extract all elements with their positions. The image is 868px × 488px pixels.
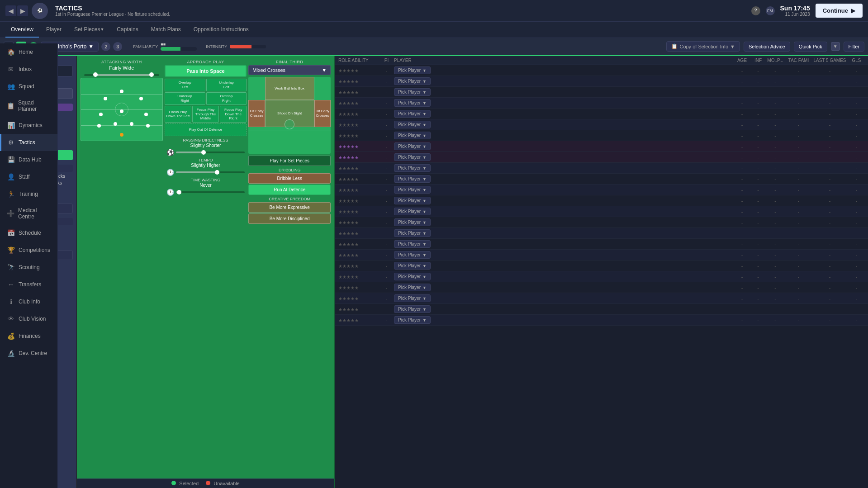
pick-player-button[interactable]: Pick Player▼ [394,186,431,194]
tactic-badge-3[interactable]: 3 [113,42,122,51]
sidebar-item-data-hub[interactable]: 💾 Data Hub [0,151,57,168]
row-pick-player: Pick Player ▼ [394,66,732,74]
tab-opposition[interactable]: Opposition Instructions [188,22,254,38]
pick-player-label: Pick Player [398,166,421,171]
sidebar-item-squad[interactable]: 👥 Squad [0,78,57,95]
selection-advice-button[interactable]: Selection Advice [744,42,790,52]
pick-player-button[interactable]: Pick Player▼ [394,305,431,313]
continue-button[interactable]: Continue ▶ [816,4,863,18]
focus-left-option[interactable]: Focus Play Down The Left [165,106,191,123]
tab-set-pieces[interactable]: Set Pieces [69,22,109,38]
pick-player-button[interactable]: Pick Player▼ [394,121,431,128]
tempo-slider[interactable]: 🕐 [165,169,247,176]
tab-captains[interactable]: Captains [111,22,143,38]
pick-player-button[interactable]: Pick Player▼ [394,273,431,280]
play-out-of-defence-option[interactable]: Play Out Of Defence [165,123,247,136]
pick-player-button[interactable]: Pick Player▼ [394,251,431,259]
overlap-left-option[interactable]: OverlapLeft [165,79,205,91]
sidebar-item-inbox[interactable]: ✉ Inbox [0,61,57,78]
creative-freedom-section: CREATIVE FREEDOM Be More Expressive Be M… [248,197,331,224]
unavailable-label: Unavailable [213,481,239,486]
pick-player-button[interactable]: Pick Player▼ [394,229,431,237]
pick-player-button[interactable]: Pick Player▼ [394,316,431,324]
quick-pick-button[interactable]: Quick Pick [794,42,827,52]
pick-player-button[interactable]: Pick Player▼ [394,218,431,226]
sidebar-item-tactics[interactable]: ⚙ Tactics [0,134,57,151]
sidebar-item-medical[interactable]: ➕ Medical Centre [0,203,57,224]
pick-player-button[interactable]: Pick Player▼ [394,208,431,215]
row-last5: - [813,68,847,73]
intensity-section: INTENSITY [206,44,266,49]
quick-pick-arrow[interactable]: ▼ [831,42,840,51]
back-button[interactable]: ◀ [5,5,16,16]
tactics-subtitle: 1st in Portuguese Premier League · No fi… [55,12,170,17]
filter-button[interactable]: Filter [844,42,864,52]
pick-player-button[interactable]: Pick Player▼ [394,175,431,183]
underlap-right-option[interactable]: UnderlapRight [165,92,205,105]
table-row: ★★★★★ - Pick Player▼ - - - - - - [335,195,868,206]
tab-match-plans[interactable]: Match Plans [146,22,186,38]
pick-player-button[interactable]: Pick Player▼ [394,262,431,270]
tactic-badge-2[interactable]: 2 [101,42,110,51]
be-more-disciplined-btn[interactable]: Be More Disciplined [248,213,331,224]
table-row: ★★★★★ - Pick Player▼ - - - - - - [335,261,868,271]
attacking-width-slider[interactable] [84,74,159,76]
focus-middle-option[interactable]: Focus Play Through The Middle [192,106,219,123]
attacking-width-col: ATTACKING WIDTH Fairly Wide [81,60,163,475]
dribble-less-btn[interactable]: Dribble Less [248,173,331,184]
sidebar-item-transfers[interactable]: ↔ Transfers [0,276,57,293]
pick-player-button[interactable]: Pick Player▼ [394,284,431,291]
pick-player-button[interactable]: Pick Player▼ [394,142,431,150]
time-wasting-slider[interactable]: 🕐 [165,189,247,196]
passing-directness-slider[interactable]: ⚽ [165,149,247,156]
attacking-width-pitch [81,78,163,141]
sidebar-item-staff[interactable]: 👤 Staff [0,168,57,185]
pick-player-button[interactable]: Pick Player▼ [394,132,431,139]
table-row: ★★★★★ - Pick Player▼ - - - - - - [335,152,868,163]
copy-selection-button[interactable]: 📋 Copy of Selection Info ▼ [666,41,740,52]
pick-player-button[interactable]: Pick Player▼ [394,88,431,96]
focus-right-option[interactable]: Focus Play Down The Right [220,106,247,123]
pick-player-button[interactable]: Pick Player▼ [394,99,431,107]
pass-into-space-btn[interactable]: Pass Into Space [165,65,247,77]
sidebar-item-competitions[interactable]: 🏆 Competitions [0,242,57,259]
hit-early-right-zone[interactable]: Hit EarlyCrosses [314,100,331,127]
tab-overview[interactable]: Overview [5,22,39,38]
familiarity-fill [161,47,180,51]
pick-player-button[interactable]: Pick Player▼ [394,77,431,85]
work-ball-into-box-zone[interactable]: Work Ball Into Box [265,77,314,100]
sidebar-item-club-info[interactable]: ℹ Club Info [0,293,57,310]
dribbling-label: DRIBBLING [248,168,331,172]
tab-player[interactable]: Player [41,22,67,38]
intensity-fill [230,45,251,48]
final-third-pitch: Work Ball Into Box Hit EarlyCrosses Shoo… [248,77,331,154]
pick-player-button[interactable]: Pick Player ▼ [394,66,431,74]
be-more-expressive-btn[interactable]: Be More Expressive [248,202,331,213]
sidebar-item-dev-centre[interactable]: 🔬 Dev. Centre [0,345,57,362]
pick-player-button[interactable]: Pick Player▼ [394,240,431,248]
pick-player-button[interactable]: Pick Player▼ [394,197,431,204]
overlap-right-option[interactable]: OverlapRight [206,92,247,105]
sidebar-item-squad-planner[interactable]: 📋 Squad Planner [0,95,57,117]
sidebar-item-scouting[interactable]: 🔭 Scouting [0,259,57,276]
help-icon[interactable]: ? [751,6,760,15]
hit-early-left-zone[interactable]: Hit EarlyCrosses [248,100,265,127]
forward-button[interactable]: ▶ [17,5,28,16]
run-at-defence-btn[interactable]: Run At Defence [248,185,331,195]
pick-player-button[interactable]: Pick Player▼ [394,110,431,118]
crossing-style-value: Mixed Crosses [252,67,285,73]
sidebar-item-finances[interactable]: 💰 Finances [0,327,57,345]
play-for-set-pieces-btn[interactable]: Play For Set Pieces [248,156,331,166]
crossing-style-dropdown[interactable]: Mixed Crosses ▼ [248,65,331,75]
sidebar-item-schedule[interactable]: 📅 Schedule [0,224,57,242]
pick-player-label: Pick Player [398,122,421,127]
sidebar-item-training[interactable]: 🏃 Training [0,185,57,203]
pick-player-button[interactable]: Pick Player▼ [394,153,431,161]
sidebar-item-club-vision[interactable]: 👁 Club Vision [0,310,57,327]
pick-player-button[interactable]: Pick Player▼ [394,294,431,302]
underlap-left-option[interactable]: UnderlapLeft [206,79,247,91]
pick-player-button[interactable]: Pick Player▼ [394,164,431,172]
sidebar-item-dynamics[interactable]: 📊 Dynamics [0,117,57,134]
sidebar-item-home[interactable]: 🏠 Home [0,43,57,61]
row-pi: - [381,68,392,73]
